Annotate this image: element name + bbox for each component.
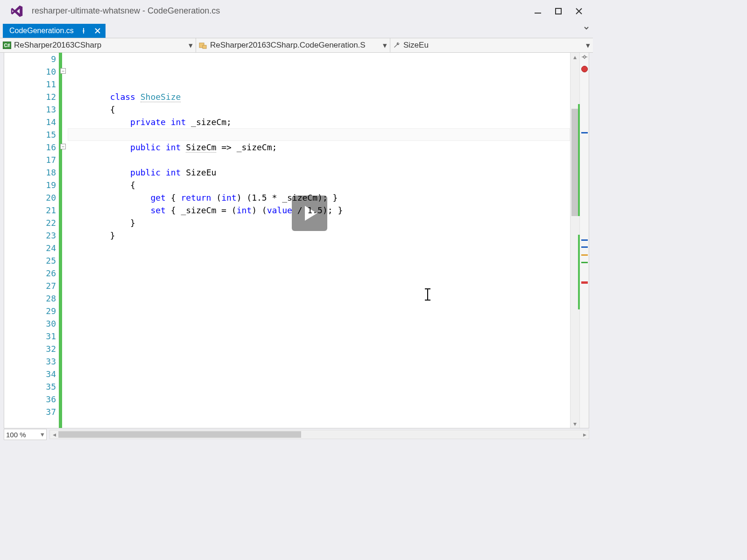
svg-rect-3 <box>203 45 206 49</box>
svg-rect-0 <box>535 13 541 14</box>
warning-marker <box>581 254 588 256</box>
scrollbar-thumb[interactable] <box>58 431 301 438</box>
info-marker <box>581 239 588 241</box>
chevron-down-icon: ▾ <box>383 41 387 50</box>
line-number: 26 <box>4 267 56 280</box>
marker-bar[interactable] <box>579 53 589 428</box>
line-number: 9 <box>4 53 56 65</box>
line-number-gutter: 9101112131415161718192021222324252627282… <box>4 53 59 428</box>
document-tab-active[interactable]: CodeGeneration.cs <box>3 24 106 38</box>
fold-toggle-icon[interactable]: − <box>60 144 66 149</box>
line-number: 31 <box>4 330 56 343</box>
line-number: 17 <box>4 154 56 166</box>
line-number: 36 <box>4 393 56 406</box>
caret-marker <box>581 132 588 133</box>
line-number: 33 <box>4 355 56 368</box>
member-combo-label: SizeEu <box>403 41 429 50</box>
document-tab-strip: CodeGeneration.cs <box>0 22 593 38</box>
line-number: 28 <box>4 292 56 305</box>
line-number: 13 <box>4 103 56 116</box>
member-combo[interactable]: SizeEu ▾ <box>390 38 593 52</box>
svg-rect-1 <box>556 8 561 14</box>
navigation-bar: C# ReSharper20163CSharp ▾ ReSharper20163… <box>0 38 593 53</box>
class-icon <box>199 42 207 49</box>
suggestion-marker <box>581 262 588 263</box>
line-number: 11 <box>4 78 56 91</box>
fold-toggle-icon[interactable]: − <box>60 68 66 74</box>
title-bar: resharper-ultimate-whatsnew - CodeGenera… <box>0 0 593 22</box>
scroll-up-icon[interactable]: ▴ <box>571 53 579 61</box>
line-number: 16 <box>4 141 56 154</box>
change-marker <box>578 235 580 309</box>
line-number: 22 <box>4 217 56 229</box>
line-number: 34 <box>4 368 56 380</box>
line-number: 29 <box>4 305 56 317</box>
project-combo[interactable]: C# ReSharper20163CSharp ▾ <box>0 38 196 52</box>
line-number: 35 <box>4 380 56 393</box>
project-combo-label: ReSharper20163CSharp <box>14 41 101 50</box>
info-marker <box>581 246 588 248</box>
csharp-icon: C# <box>3 42 11 49</box>
line-number: 18 <box>4 166 56 179</box>
change-marker <box>578 104 580 216</box>
type-combo-label: ReSharper20163CSharp.CodeGeneration.S <box>210 41 366 50</box>
chevron-down-icon: ▾ <box>41 430 44 439</box>
wrench-icon <box>393 42 401 49</box>
scroll-down-icon[interactable]: ▾ <box>571 420 579 428</box>
scroll-left-icon[interactable]: ◂ <box>50 430 58 439</box>
outlining-margin[interactable]: − − <box>59 53 68 428</box>
tab-overflow-icon[interactable] <box>584 25 589 32</box>
scroll-right-icon[interactable]: ▸ <box>580 430 589 439</box>
line-number: 19 <box>4 179 56 191</box>
tab-label: CodeGeneration.cs <box>9 27 74 35</box>
zoom-combo[interactable]: 100 % ▾ <box>4 429 47 440</box>
line-number: 14 <box>4 116 56 128</box>
type-combo[interactable]: ReSharper20163CSharp.CodeGeneration.S ▾ <box>196 38 390 52</box>
line-number: 23 <box>4 229 56 242</box>
zoom-value: 100 % <box>6 431 26 439</box>
vs-logo-icon <box>9 4 24 19</box>
line-number: 25 <box>4 254 56 267</box>
error-marker <box>581 281 588 284</box>
horizontal-scrollbar[interactable]: ◂ ▸ <box>49 430 589 439</box>
code-text-area[interactable]: class ShoeSize { private int _sizeCm; pu… <box>68 53 570 428</box>
error-indicator-icon[interactable] <box>581 66 588 72</box>
scrollbar-thumb[interactable] <box>571 109 578 216</box>
line-number: 20 <box>4 191 56 204</box>
split-view-icon[interactable] <box>581 54 588 62</box>
line-number: 32 <box>4 343 56 355</box>
line-number: 30 <box>4 317 56 330</box>
minimize-button[interactable] <box>528 3 548 19</box>
chevron-down-icon: ▾ <box>586 41 590 50</box>
code-content: class ShoeSize { private int _sizeCm; pu… <box>70 78 570 431</box>
line-number: 10 <box>4 65 56 78</box>
line-number: 15 <box>4 128 56 141</box>
line-number: 24 <box>4 242 56 254</box>
pin-icon[interactable] <box>79 27 88 35</box>
close-tab-icon[interactable] <box>93 27 102 35</box>
line-number: 37 <box>4 406 56 418</box>
close-button[interactable] <box>569 3 589 19</box>
code-editor[interactable]: 9101112131415161718192021222324252627282… <box>4 53 589 428</box>
maximize-button[interactable] <box>548 3 569 19</box>
line-number: 21 <box>4 204 56 217</box>
line-number: 27 <box>4 280 56 292</box>
window-title: resharper-ultimate-whatsnew - CodeGenera… <box>30 6 528 16</box>
line-number: 12 <box>4 91 56 103</box>
chevron-down-icon: ▾ <box>189 41 193 50</box>
